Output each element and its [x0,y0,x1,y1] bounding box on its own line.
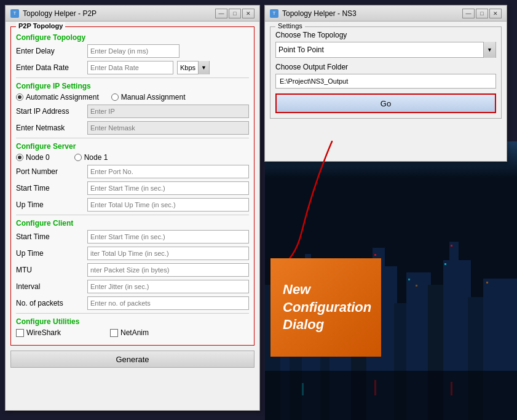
p2p-title-controls: — □ ✕ [215,9,255,18]
topology-dropdown-arrow[interactable]: ▼ [483,42,495,58]
go-button[interactable]: Go [275,93,496,113]
mtu-row: MTU [16,263,249,277]
svg-rect-32 [451,382,452,395]
mtu-label: MTU [16,266,84,274]
p2p-close-button[interactable]: ✕ [242,9,255,18]
manual-assign-radio[interactable]: Manual Assignment [111,93,186,101]
svg-rect-15 [449,242,459,260]
netmask-label: Enter Netmask [16,124,84,132]
auto-assign-radio-circle[interactable] [16,93,23,101]
node0-radio-circle[interactable] [16,154,23,161]
client-start-time-row: Start Time [16,230,249,244]
start-ip-input[interactable] [87,105,249,118]
ns3-window-content: Settings Choose The Topology Point To Po… [265,22,507,127]
client-start-time-input[interactable] [87,230,249,244]
p2p-window-title: Topology Helper - P2P [23,9,97,18]
topology-section-title: Choose The Topology [275,31,496,39]
packets-input[interactable] [87,296,249,310]
ns3-maximize-button[interactable]: □ [476,9,488,18]
client-uptime-input[interactable] [87,247,249,260]
datarate-input[interactable] [87,61,173,74]
client-start-time-label: Start Time [16,232,84,241]
p2p-window-content: P2P Topology Configure Topology Enter De… [6,22,259,410]
svg-rect-27 [451,245,452,247]
p2p-window: T Topology Helper - P2P — □ ✕ P2P Topolo… [5,5,260,411]
ns3-close-button[interactable]: ✕ [489,9,502,18]
delay-row: Enter Delay [16,44,249,58]
datarate-label: Enter Data Rate [16,63,84,72]
netmask-input[interactable] [87,121,249,135]
datarate-row: Enter Data Rate Kbps ▼ [16,61,249,74]
node1-radio-circle[interactable] [74,154,82,161]
ns3-window: T Topology Helper - NS3 — □ ✕ Settings C… [264,5,507,162]
p2p-topology-label: P2P Topology [16,22,65,30]
divider-3 [16,215,249,215]
configure-server-section: Configure Server [16,142,249,151]
p2p-topology-group: P2P Topology Configure Topology Enter De… [10,26,255,346]
interval-input[interactable] [87,280,249,293]
manual-assign-label: Manual Assignment [121,93,186,101]
node1-label: Node 1 [84,153,108,162]
svg-rect-25 [416,285,417,287]
port-input[interactable] [87,165,249,178]
unit-dropdown[interactable]: Kbps ▼ [177,61,210,74]
packets-label: No. of packets [16,299,84,307]
manual-assign-radio-circle[interactable] [111,93,119,101]
topology-selected-value: Point To Point [278,46,324,54]
svg-rect-30 [302,383,304,395]
port-label: Port Number [16,167,84,176]
ns3-title-left: T Topology Helper - NS3 [270,9,357,18]
ns3-minimize-button[interactable]: — [462,9,475,18]
server-start-time-row: Start Time [16,181,249,195]
wireshark-checkbox-item[interactable]: WireShark [16,328,61,337]
server-start-time-input[interactable] [87,181,249,195]
new-configuration-dialog-label: New Configuration Dialog [270,258,381,357]
ns3-settings-label: Settings [275,22,305,30]
server-node-radio-row: Node 0 Node 1 [16,153,249,162]
topology-dropdown[interactable]: Point To Point ▼ [275,42,496,58]
configure-ip-section: Configure IP Settings [16,82,249,90]
interval-row: Interval [16,280,249,293]
server-uptime-input[interactable] [87,198,249,212]
assignment-radio-row: Automatic Assignment Manual Assignment [16,93,249,101]
netanim-checkbox-item[interactable]: NetAnim [110,328,149,337]
mtu-input[interactable] [87,263,249,277]
generate-button[interactable]: Generate [10,351,255,368]
start-ip-row: Start IP Address [16,105,249,118]
p2p-maximize-button[interactable]: □ [229,9,241,18]
packets-row: No. of packets [16,296,249,310]
auto-assign-label: Automatic Assignment [26,93,99,101]
svg-rect-26 [444,263,446,265]
unit-text: Kbps [178,64,198,71]
netanim-checkbox[interactable] [110,329,118,337]
output-folder-input[interactable] [275,74,496,89]
wireshark-label: WireShark [26,328,61,337]
svg-rect-24 [408,279,410,280]
unit-dropdown-arrow[interactable]: ▼ [198,61,209,74]
svg-rect-28 [486,282,488,283]
interval-label: Interval [16,282,84,291]
title-bar-left: T Topology Helper - P2P [10,9,97,18]
ns3-title-bar: T Topology Helper - NS3 — □ ✕ [265,6,507,22]
node0-radio[interactable]: Node 0 [16,153,50,162]
node1-radio[interactable]: Node 1 [74,153,108,162]
auto-assign-radio[interactable]: Automatic Assignment [16,93,99,101]
p2p-minimize-button[interactable]: — [215,9,227,18]
p2p-title-bar: T Topology Helper - P2P — □ ✕ [6,6,259,22]
ns3-window-icon: T [270,9,278,18]
configure-client-section: Configure Client [16,219,249,228]
server-start-time-label: Start Time [16,184,84,192]
divider-2 [16,138,249,138]
p2p-window-icon: T [10,9,19,18]
netanim-label: NetAnim [120,328,149,337]
divider-1 [16,77,249,78]
divider-4 [16,313,249,314]
annotation-text: New Configuration Dialog [283,281,371,334]
delay-input[interactable] [87,44,180,58]
wireshark-checkbox[interactable] [16,329,24,337]
ns3-window-title: Topology Helper - NS3 [282,9,357,18]
server-uptime-row: Up Time [16,198,249,212]
configure-utilities-section: Configure Utilities [16,317,249,326]
ns3-settings-group: Settings Choose The Topology Point To Po… [270,26,502,119]
delay-label: Enter Delay [16,47,84,55]
